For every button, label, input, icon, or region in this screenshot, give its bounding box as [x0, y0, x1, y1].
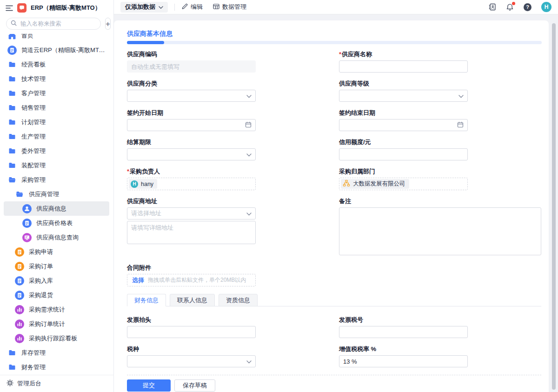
sidebar-item-label: 采购订单统计 — [29, 320, 65, 328]
search-input[interactable] — [20, 20, 96, 27]
sidebar-item[interactable]: 首页 — [4, 34, 109, 43]
field-buyer: 采购负责人 H hany — [127, 168, 256, 190]
folder-icon — [7, 349, 17, 357]
buyer-member-picker[interactable]: H hany — [127, 178, 256, 190]
sidebar-item-label: 库存管理 — [21, 349, 46, 357]
sidebar-search-row: + — [0, 14, 113, 34]
edit-button-label: 编辑 — [191, 3, 203, 11]
form-row: 供应商分类 供应商等级 — [127, 80, 541, 102]
sidebar-item[interactable]: 库存管理 — [4, 345, 109, 360]
field-label: 发票抬头 — [127, 316, 256, 324]
tab-qualification-info[interactable]: 资质信息 — [219, 294, 258, 306]
admin-backend-label: 管理后台 — [17, 379, 41, 388]
form-row: 采购负责人 H hany 采购归属部门 — [127, 168, 541, 190]
credit-input[interactable] — [339, 148, 468, 160]
invoice-tax-no-input-inner[interactable] — [343, 329, 464, 336]
sidebar-item[interactable]: 供应商管理 — [4, 187, 109, 201]
section-title: 供应商基本信息 — [127, 30, 541, 37]
sidebar-item-label: 采购订单 — [29, 262, 53, 271]
folder-icon — [7, 162, 17, 169]
field-label: 供应商分类 — [127, 80, 256, 87]
search-input-box[interactable] — [6, 18, 101, 30]
address-book-icon[interactable] — [489, 3, 496, 11]
doc-icon — [7, 46, 17, 55]
sidebar-item[interactable]: 简道云ERP（精细版-离散MTO）「... — [4, 43, 109, 57]
sidebar-item[interactable]: 采购订单统计 — [4, 317, 109, 331]
sidebar-item[interactable]: 供应商信息 — [4, 201, 109, 216]
sidebar-item[interactable]: 委外管理 — [4, 144, 109, 158]
main-area: 仅添加数据 编辑 数据管理 — [114, 0, 558, 392]
sidebar-item[interactable]: 采购管理 — [4, 173, 109, 187]
supplier-grade-select[interactable] — [339, 90, 468, 102]
sidebar-item[interactable]: 供应商价格表 — [4, 216, 109, 230]
member-tag[interactable]: H hany — [129, 179, 157, 189]
data-manage-button[interactable]: 数据管理 — [213, 3, 246, 11]
sidebar-footer[interactable]: 管理后台 — [0, 375, 113, 392]
address-select[interactable]: 请选择地址 — [127, 207, 256, 219]
query-icon — [22, 233, 32, 242]
field-tax-type: 税种 — [127, 345, 256, 367]
vat-rate-input[interactable] — [339, 355, 468, 367]
invoice-tax-no-input[interactable] — [339, 326, 468, 338]
chevron-down-icon — [246, 358, 252, 365]
upload-select-link[interactable]: 选择 — [132, 276, 144, 285]
invoice-title-input[interactable] — [127, 326, 256, 338]
sidebar-item[interactable]: 客户管理 — [4, 86, 109, 100]
mode-dropdown[interactable]: 仅添加数据 — [120, 2, 168, 13]
address-select-placeholder: 请选择地址 — [131, 209, 161, 218]
remark-textarea[interactable] — [339, 207, 541, 255]
sidebar-item[interactable]: 采购退货 — [4, 288, 109, 302]
field-label: 签约结束日期 — [339, 109, 541, 117]
sidebar-item[interactable]: 供应商信息查询 — [4, 230, 109, 245]
contract-upload-box[interactable]: 选择 拖拽或单击后粘贴文件，单个20MB以内 — [127, 274, 256, 286]
supplier-name-input[interactable] — [339, 60, 468, 73]
sidebar-item-label: 采购需求统计 — [29, 306, 65, 314]
sidebar-item[interactable]: 技术管理 — [4, 72, 109, 86]
form-progress-fill — [127, 41, 164, 44]
sidebar-item[interactable]: 采购执行跟踪看板 — [4, 331, 109, 345]
sidebar-item[interactable]: 采购需求统计 — [4, 302, 109, 317]
edit-button[interactable]: 编辑 — [181, 3, 203, 11]
sidebar-item[interactable]: 采购订单 — [4, 259, 109, 273]
supplier-name-input-inner[interactable] — [343, 63, 464, 70]
add-button[interactable]: + — [105, 18, 111, 30]
supplier-category-select[interactable] — [127, 90, 256, 102]
dept-picker[interactable]: 大数据发展有限公司 — [339, 178, 468, 190]
invoice-title-input-inner[interactable] — [131, 329, 252, 336]
sidebar-item[interactable]: 采购申请 — [4, 245, 109, 259]
help-icon[interactable]: ? — [524, 3, 531, 11]
sidebar-item[interactable]: 生产管理 — [4, 129, 109, 144]
sign-end-date-input[interactable] — [339, 119, 468, 131]
address-detail-textarea[interactable] — [127, 221, 256, 244]
field-supplier-code: 供应商编码 — [127, 51, 256, 73]
vat-rate-input-inner[interactable] — [343, 358, 464, 365]
tab-contact-info[interactable]: 联系人信息 — [170, 294, 215, 306]
field-label: 供应商等级 — [339, 80, 541, 87]
field-remark: 备注 — [339, 198, 541, 257]
sidebar-item[interactable]: 经营看板 — [4, 57, 109, 72]
sidebar-item[interactable]: 装配管理 — [4, 158, 109, 173]
data-manage-label: 数据管理 — [222, 3, 246, 11]
sidebar-item[interactable]: 销售管理 — [4, 100, 109, 115]
scrollbar-thumb[interactable] — [552, 23, 556, 390]
notification-bell-icon[interactable] — [506, 3, 514, 11]
user-avatar[interactable]: H — [541, 2, 551, 12]
sidebar-item-label: 技术管理 — [21, 75, 46, 83]
tax-type-select[interactable] — [127, 355, 256, 367]
field-label: 供应商名称 — [339, 51, 541, 58]
home-icon — [7, 34, 17, 40]
save-draft-button[interactable]: 保存草稿 — [174, 379, 215, 392]
dept-tag[interactable]: 大数据发展有限公司 — [341, 179, 409, 189]
sign-start-date-input[interactable] — [127, 119, 256, 131]
credit-input-inner[interactable] — [343, 151, 464, 158]
tab-finance-info[interactable]: 财务信息 — [127, 294, 166, 306]
submit-button[interactable]: 提交 — [127, 379, 171, 392]
sidebar-item[interactable]: 财务管理 — [4, 360, 109, 374]
sidebar-item[interactable]: 采购入库 — [4, 273, 109, 288]
field-label: 合同附件 — [127, 264, 256, 272]
menu-fold-icon[interactable] — [6, 5, 13, 11]
settlement-select[interactable] — [127, 148, 256, 160]
sidebar-item[interactable]: 计划管理 — [4, 115, 109, 129]
folder-open-icon — [15, 191, 24, 198]
sidebar-item-label: 生产管理 — [21, 133, 46, 141]
